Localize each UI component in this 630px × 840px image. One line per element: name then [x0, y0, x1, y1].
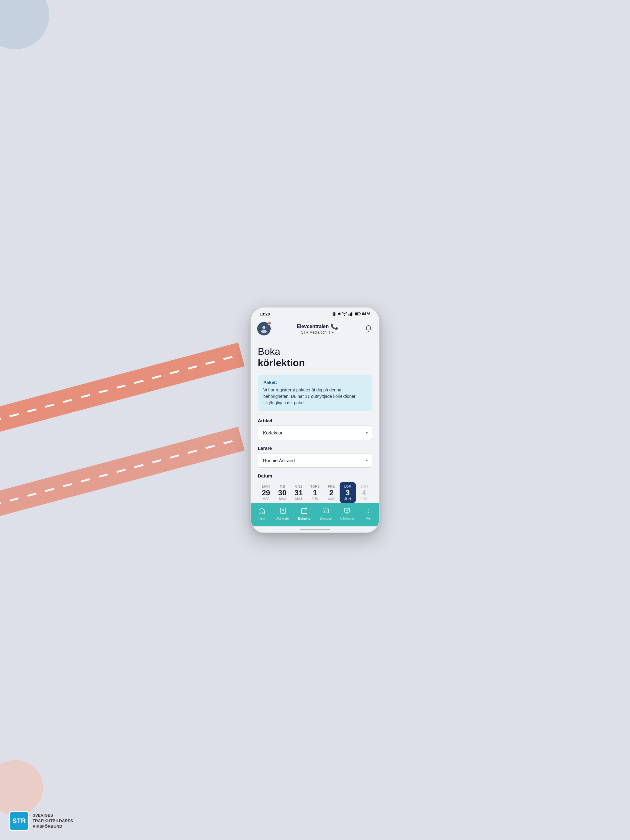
svg-rect-6 [355, 313, 358, 315]
page-title-line2: körlektion [258, 357, 372, 369]
str-logo-box: STR [9, 811, 29, 831]
date-item-ons[interactable]: ONS 31 MAJ [290, 482, 307, 503]
signal-icon [348, 312, 353, 316]
bluetooth-icon: ✱ [338, 312, 340, 316]
notification-bell-button[interactable] [364, 324, 373, 333]
date-day-name: ONS [295, 485, 302, 488]
date-item-fre[interactable]: FRE 2 JUN [323, 482, 340, 503]
nav-label-mer: Mer [366, 517, 371, 520]
artikel-select[interactable]: Körlektion [258, 426, 372, 440]
nav-item-aktiviteter[interactable]: Aktiviteter [272, 507, 293, 520]
date-day-num: 31 [295, 489, 303, 497]
nav-icon-mer [365, 507, 372, 516]
page-title-line1: Boka [258, 346, 372, 357]
svg-rect-18 [323, 509, 329, 513]
svg-point-28 [368, 512, 369, 513]
phone-icon: 📞 [330, 322, 339, 331]
larare-select-wrapper: Ronnie Åstrand ▾ [258, 453, 372, 467]
sub-title: STR Media och IT [301, 330, 331, 335]
datum-label: Datum [258, 473, 372, 478]
date-month: MAJ [263, 497, 269, 501]
phone-wrapper: 13:28 📳 ✱ [250, 307, 380, 533]
date-month: MAJ [295, 497, 302, 501]
svg-point-9 [368, 325, 369, 326]
str-logo: STR SVERIGES TRAFIKUTBILDARES RIKSFÖRBUN… [9, 811, 73, 831]
date-row: MÅN 29 MAJ TIS 30 MAJ ONS 31 MAJ TORS 1 … [258, 482, 372, 503]
date-day-num: 29 [262, 489, 270, 497]
battery-icon [355, 312, 361, 316]
str-line2: TRAFIKUTBILDARES [33, 818, 73, 824]
nav-item-mer[interactable]: Mer [358, 507, 379, 520]
nav-icon-aktiviteter [280, 507, 287, 516]
svg-rect-14 [301, 508, 307, 513]
nav-item-bokning[interactable]: Bokning [294, 507, 315, 520]
nav-icon-hem [258, 507, 265, 516]
artikel-select-wrapper: Körlektion ▾ [258, 426, 372, 440]
home-bar [300, 529, 330, 530]
nav-item-ekonomi[interactable]: Ekonomi [315, 507, 336, 520]
header-brand: Elevcentralen 📞 [271, 323, 364, 330]
date-item-tors[interactable]: TORS 1 JUN [307, 482, 323, 503]
str-line3: RIKSFÖRBUND [33, 824, 73, 829]
nav-label-ekonomi: Ekonomi [320, 517, 332, 520]
date-day-num: 1 [313, 489, 317, 497]
date-item-tis[interactable]: TIS 30 MAJ [274, 482, 290, 503]
svg-point-26 [368, 508, 369, 510]
date-day-name: SÖN [360, 485, 367, 488]
avatar-wrap[interactable] [257, 322, 271, 335]
nav-item-hem[interactable]: Hem [251, 507, 272, 520]
nav-label-hem: Hem [258, 517, 265, 520]
header-row: Elevcentralen 📞 STR Media och IT ▾ [257, 322, 373, 335]
date-day-num: 2 [329, 489, 333, 497]
battery-pct: 64 % [362, 312, 370, 316]
brand-name: Elevcentralen [296, 324, 329, 329]
str-line1: SVERIGES [33, 813, 73, 818]
header-center: Elevcentralen 📞 STR Media och IT ▾ [271, 323, 364, 335]
main-content: Boka körlektion Paket: Vi har registrera… [251, 340, 379, 503]
nav-icon-ekonomi [322, 507, 329, 516]
date-day-name: FRE [328, 485, 335, 488]
svg-point-8 [261, 330, 267, 333]
svg-line-25 [347, 510, 348, 511]
date-day-num: 3 [346, 489, 350, 497]
date-day-name: TIS [280, 485, 285, 488]
svg-rect-2 [351, 313, 352, 316]
date-day-name: LÖR [344, 485, 351, 488]
nav-label-utbildning: Utbildning [340, 517, 354, 520]
vibrate-icon: 📳 [332, 312, 337, 316]
date-month: JUN [312, 497, 318, 501]
date-day-num: 4 [362, 489, 366, 497]
nav-icon-bokning [301, 507, 308, 516]
avatar-notification-badge [268, 321, 271, 325]
nav-item-utbildning[interactable]: Utbildning [336, 507, 358, 520]
nav-icon-utbildning [343, 507, 350, 516]
date-month: JUN [345, 497, 351, 501]
header-sub[interactable]: STR Media och IT ▾ [271, 330, 364, 335]
info-box-title: Paket: [263, 380, 367, 385]
date-item-mån[interactable]: MÅN 29 MAJ [258, 482, 274, 503]
chevron-down-icon: ▾ [332, 330, 334, 335]
date-day-name: TORS [310, 485, 320, 488]
date-day-num: 30 [278, 489, 287, 497]
wifi-icon [342, 312, 347, 316]
nav-label-bokning: Bokning [298, 517, 310, 520]
info-box-text: Vi har registrerat paketet åt dig på den… [263, 387, 367, 406]
svg-rect-5 [360, 313, 361, 314]
svg-rect-21 [345, 508, 350, 512]
date-month: MAJ [279, 497, 286, 501]
svg-point-27 [368, 510, 369, 511]
status-icons: 📳 ✱ [332, 312, 370, 316]
str-abbr: STR [12, 817, 26, 825]
str-logo-text: SVERIGES TRAFIKUTBILDARES RIKSFÖRBUND [33, 813, 73, 829]
svg-rect-0 [348, 314, 350, 316]
larare-select[interactable]: Ronnie Åstrand [258, 453, 372, 467]
home-indicator [251, 526, 379, 532]
date-item-sön[interactable]: SÖN 4 JUN [356, 482, 372, 503]
date-month: JUN [361, 497, 367, 501]
date-month: JUN [328, 497, 334, 501]
larare-label: Lärare [258, 445, 372, 451]
info-box: Paket: Vi har registrerat paketet åt dig… [258, 375, 372, 411]
date-item-lör[interactable]: LÖR 3 JUN [340, 482, 356, 503]
svg-rect-20 [324, 511, 325, 512]
bottom-nav: Hem Aktiviteter Bokning Ekonomi Utbildni… [251, 503, 379, 526]
